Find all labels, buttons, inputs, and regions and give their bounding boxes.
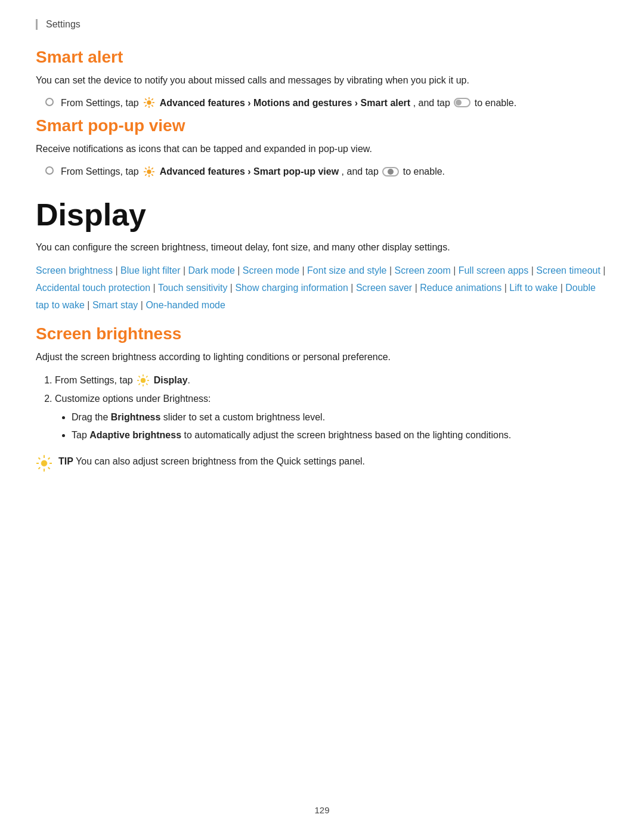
svg-line-34 bbox=[48, 457, 50, 459]
bullet-circle-icon bbox=[45, 98, 54, 106]
link-screen-mode[interactable]: Screen mode bbox=[243, 265, 299, 275]
smart-popup-body: Receive notifications as icons that can … bbox=[36, 141, 608, 157]
smart-popup-step-text: From Settings, tap Advanced features › S… bbox=[61, 164, 445, 179]
smart-alert-step-text: From Settings, tap Advanced features › M… bbox=[61, 95, 516, 111]
link-screen-zoom[interactable]: Screen zoom bbox=[395, 265, 451, 275]
link-one-handed-mode[interactable]: One-handed mode bbox=[145, 300, 225, 310]
svg-line-14 bbox=[145, 168, 147, 169]
svg-line-26 bbox=[139, 383, 140, 385]
svg-line-23 bbox=[139, 376, 140, 377]
svg-line-35 bbox=[39, 467, 41, 469]
display-body: You can configure the screen brightness,… bbox=[36, 240, 608, 255]
display-settings-icon bbox=[137, 374, 150, 387]
svg-line-8 bbox=[145, 106, 147, 107]
link-lift-to-wake[interactable]: Lift to wake bbox=[509, 283, 558, 293]
link-screen-brightness[interactable]: Screen brightness bbox=[36, 265, 113, 275]
svg-point-18 bbox=[141, 378, 145, 383]
tip-block: TIP You can also adjust screen brightnes… bbox=[36, 454, 608, 472]
smart-alert-step: From Settings, tap Advanced features › M… bbox=[45, 95, 608, 111]
brightness-bullet-2: Tap Adaptive brightness to automatically… bbox=[72, 427, 608, 443]
tip-text: TIP You can also adjust screen brightnes… bbox=[58, 454, 365, 469]
svg-point-0 bbox=[147, 101, 151, 105]
tip-sun-icon bbox=[36, 455, 52, 472]
svg-line-33 bbox=[48, 467, 50, 469]
svg-line-25 bbox=[146, 376, 147, 377]
link-show-charging[interactable]: Show charging information bbox=[235, 283, 348, 293]
svg-line-5 bbox=[145, 99, 147, 101]
svg-point-27 bbox=[41, 460, 47, 466]
page-number: 129 bbox=[0, 805, 644, 815]
toggle-icon bbox=[454, 98, 470, 107]
display-links: Screen brightness | Blue light filter | … bbox=[36, 262, 608, 314]
smart-popup-step: From Settings, tap Advanced features › S… bbox=[45, 164, 608, 179]
toggle-icon-2 bbox=[382, 167, 399, 176]
link-reduce-animations[interactable]: Reduce animations bbox=[420, 283, 501, 293]
page: Settings Smart alert You can set the dev… bbox=[0, 0, 644, 833]
display-title: Display bbox=[36, 197, 608, 233]
breadcrumb: Settings bbox=[36, 19, 608, 30]
step-2: Customize options under Brightness: Drag… bbox=[55, 391, 608, 443]
link-touch-sensitivity[interactable]: Touch sensitivity bbox=[158, 283, 228, 293]
svg-line-7 bbox=[151, 99, 153, 101]
svg-line-6 bbox=[151, 106, 153, 107]
link-font-size-style[interactable]: Font size and style bbox=[307, 265, 386, 275]
svg-line-16 bbox=[151, 168, 153, 169]
smart-alert-title: Smart alert bbox=[36, 48, 608, 67]
brightness-bullet-1: Drag the Brightness slider to set a cust… bbox=[72, 409, 608, 425]
link-smart-stay[interactable]: Smart stay bbox=[92, 300, 138, 310]
gear-icon-2 bbox=[143, 166, 155, 178]
screen-brightness-body: Adjust the screen brightness according t… bbox=[36, 349, 608, 365]
svg-line-24 bbox=[146, 383, 147, 385]
step-1: From Settings, tap Display. bbox=[55, 372, 608, 388]
svg-line-32 bbox=[39, 457, 41, 459]
smart-alert-body: You can set the device to notify you abo… bbox=[36, 73, 608, 88]
svg-line-17 bbox=[145, 174, 147, 176]
screen-brightness-title: Screen brightness bbox=[36, 324, 608, 343]
screen-brightness-steps: From Settings, tap Display. Customize op… bbox=[55, 372, 608, 443]
link-accidental-touch[interactable]: Accidental touch protection bbox=[36, 283, 150, 293]
link-blue-light-filter[interactable]: Blue light filter bbox=[120, 265, 181, 275]
link-screen-timeout[interactable]: Screen timeout bbox=[536, 265, 600, 275]
gear-icon bbox=[143, 97, 155, 109]
smart-popup-title: Smart pop-up view bbox=[36, 116, 608, 135]
link-screen-saver[interactable]: Screen saver bbox=[356, 283, 412, 293]
bullet-circle-icon-2 bbox=[45, 166, 54, 175]
svg-line-15 bbox=[151, 174, 153, 176]
link-full-screen-apps[interactable]: Full screen apps bbox=[459, 265, 528, 275]
link-dark-mode[interactable]: Dark mode bbox=[188, 265, 235, 275]
brightness-bullets: Drag the Brightness slider to set a cust… bbox=[72, 409, 608, 442]
svg-point-9 bbox=[147, 169, 151, 174]
